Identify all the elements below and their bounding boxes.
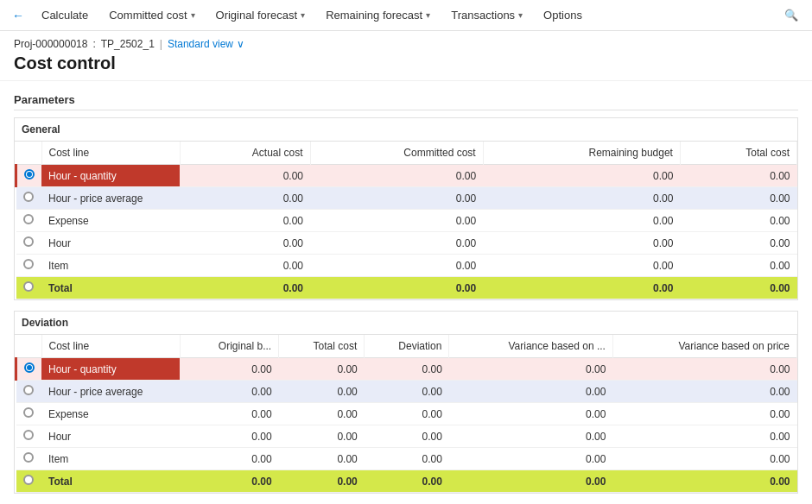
general-table: Cost line Actual cost Committed cost Rem… bbox=[15, 142, 797, 299]
nav-original-forecast-label: Original forecast bbox=[216, 9, 298, 22]
total-cost-cell: 0.00 bbox=[680, 255, 796, 277]
table-row[interactable]: Item0.000.000.000.000.00 bbox=[16, 448, 797, 470]
table-row[interactable]: Hour0.000.000.000.000.00 bbox=[16, 425, 797, 448]
row-radio[interactable] bbox=[16, 425, 42, 448]
divider: | bbox=[160, 38, 162, 50]
cost-line-name: Hour - quantity bbox=[41, 165, 180, 187]
table-row[interactable]: Hour - quantity0.000.000.000.000.00 bbox=[16, 358, 797, 381]
row-radio[interactable] bbox=[16, 403, 42, 425]
radio-icon bbox=[23, 192, 34, 202]
variance-price-cell: 0.00 bbox=[612, 381, 796, 403]
cost-line-name: Hour - price average bbox=[41, 187, 180, 210]
table-row[interactable]: Total0.000.000.000.000.00 bbox=[16, 470, 797, 493]
cost-line-name: Expense bbox=[41, 403, 180, 425]
orig-budget-cell: 0.00 bbox=[180, 470, 279, 493]
deviation-cell: 0.00 bbox=[365, 448, 449, 470]
back-icon: ← bbox=[12, 9, 24, 22]
total-cost-cell: 0.00 bbox=[680, 232, 796, 255]
cost-line-name: Item bbox=[41, 448, 180, 470]
general-col-total: Total cost bbox=[680, 142, 796, 165]
remaining-budget-cell: 0.00 bbox=[483, 277, 680, 299]
nav-transactions[interactable]: Transactions ▾ bbox=[442, 5, 531, 25]
variance-price-cell: 0.00 bbox=[612, 470, 796, 493]
nav-options-label: Options bbox=[543, 9, 582, 22]
deviation-col-radio bbox=[16, 335, 42, 358]
chevron-down-icon: ▾ bbox=[191, 10, 195, 20]
table-row[interactable]: Expense0.000.000.000.00 bbox=[16, 210, 797, 232]
back-button[interactable]: ← bbox=[7, 5, 29, 26]
orig-budget-cell: 0.00 bbox=[180, 448, 279, 470]
nav-original-forecast[interactable]: Original forecast ▾ bbox=[207, 5, 314, 25]
table-row[interactable]: Hour0.000.000.000.00 bbox=[16, 232, 797, 255]
remaining-budget-cell: 0.00 bbox=[483, 210, 680, 232]
chevron-down-icon: ▾ bbox=[518, 10, 523, 20]
radio-icon bbox=[23, 214, 34, 224]
cost-line-name: Total bbox=[41, 277, 180, 299]
total-cost-cell: 0.00 bbox=[680, 187, 796, 210]
total-cost-cell: 0.00 bbox=[680, 165, 796, 187]
table-row[interactable]: Hour - quantity0.000.000.000.00 bbox=[16, 165, 797, 187]
search-button[interactable]: 🔍 bbox=[777, 5, 805, 25]
total-cost-cell: 0.00 bbox=[279, 358, 365, 381]
variance-qty-cell: 0.00 bbox=[449, 470, 613, 493]
radio-icon bbox=[23, 236, 34, 247]
orig-budget-cell: 0.00 bbox=[180, 381, 279, 403]
row-radio[interactable] bbox=[16, 470, 42, 493]
table-row[interactable]: Total0.000.000.000.00 bbox=[16, 277, 797, 299]
chevron-down-icon: ∨ bbox=[237, 38, 244, 50]
radio-icon bbox=[23, 281, 34, 292]
table-row[interactable]: Expense0.000.000.000.000.00 bbox=[16, 403, 797, 425]
table-row[interactable]: Hour - price average0.000.000.000.000.00 bbox=[16, 381, 797, 403]
row-radio[interactable] bbox=[16, 210, 42, 232]
committed-cost-cell: 0.00 bbox=[310, 165, 483, 187]
parameters-section-header: Parameters bbox=[14, 88, 798, 110]
nav-committed-cost[interactable]: Committed cost ▾ bbox=[100, 5, 203, 25]
row-radio[interactable] bbox=[16, 358, 42, 381]
deviation-col-orig: Original b... bbox=[180, 335, 279, 358]
cost-line-name: Item bbox=[41, 255, 180, 277]
actual-cost-cell: 0.00 bbox=[180, 232, 310, 255]
project-name: TP_2502_1 bbox=[101, 38, 155, 50]
row-radio[interactable] bbox=[16, 255, 42, 277]
nav-calculate[interactable]: Calculate bbox=[33, 5, 97, 25]
remaining-budget-cell: 0.00 bbox=[483, 187, 680, 210]
table-row[interactable]: Item0.000.000.000.00 bbox=[16, 255, 797, 277]
variance-price-cell: 0.00 bbox=[612, 448, 796, 470]
chevron-down-icon: ▾ bbox=[426, 10, 430, 20]
page-title: Cost control bbox=[14, 54, 798, 73]
breadcrumb: Proj-000000018 : TP_2502_1 | Standard vi… bbox=[14, 38, 798, 50]
actual-cost-cell: 0.00 bbox=[180, 210, 310, 232]
radio-icon bbox=[23, 407, 34, 418]
project-id: Proj-000000018 bbox=[14, 38, 87, 50]
row-radio[interactable] bbox=[16, 381, 42, 403]
nav-options[interactable]: Options bbox=[535, 5, 591, 25]
row-radio[interactable] bbox=[16, 187, 42, 210]
cost-line-name: Hour bbox=[41, 232, 180, 255]
row-radio[interactable] bbox=[16, 232, 42, 255]
variance-qty-cell: 0.00 bbox=[449, 358, 613, 381]
table-row[interactable]: Hour - price average0.000.000.000.00 bbox=[16, 187, 797, 210]
row-radio[interactable] bbox=[16, 165, 42, 187]
nav-remaining-forecast[interactable]: Remaining forecast ▾ bbox=[317, 5, 439, 25]
row-radio[interactable] bbox=[16, 277, 42, 299]
general-table-section: General Cost line Actual cost Committed … bbox=[14, 117, 798, 300]
deviation-col-var-qty: Variance based on ... bbox=[449, 335, 613, 358]
deviation-table-section: Deviation Cost line Original b... Total … bbox=[14, 311, 798, 494]
general-section-title: General bbox=[15, 118, 797, 142]
nav-transactions-label: Transactions bbox=[451, 9, 515, 22]
cost-line-name: Total bbox=[41, 470, 180, 493]
row-radio[interactable] bbox=[16, 448, 42, 470]
orig-budget-cell: 0.00 bbox=[180, 403, 279, 425]
radio-icon bbox=[23, 385, 34, 395]
deviation-cell: 0.00 bbox=[365, 403, 449, 425]
page-header: Proj-000000018 : TP_2502_1 | Standard vi… bbox=[0, 31, 812, 81]
deviation-cell: 0.00 bbox=[365, 381, 449, 403]
variance-qty-cell: 0.00 bbox=[449, 425, 613, 448]
orig-budget-cell: 0.00 bbox=[180, 425, 279, 448]
variance-qty-cell: 0.00 bbox=[449, 381, 613, 403]
total-cost-cell: 0.00 bbox=[279, 381, 365, 403]
view-selector[interactable]: Standard view ∨ bbox=[168, 38, 244, 50]
total-cost-cell: 0.00 bbox=[680, 210, 796, 232]
nav-calculate-label: Calculate bbox=[41, 9, 88, 22]
deviation-section-title: Deviation bbox=[15, 312, 797, 335]
